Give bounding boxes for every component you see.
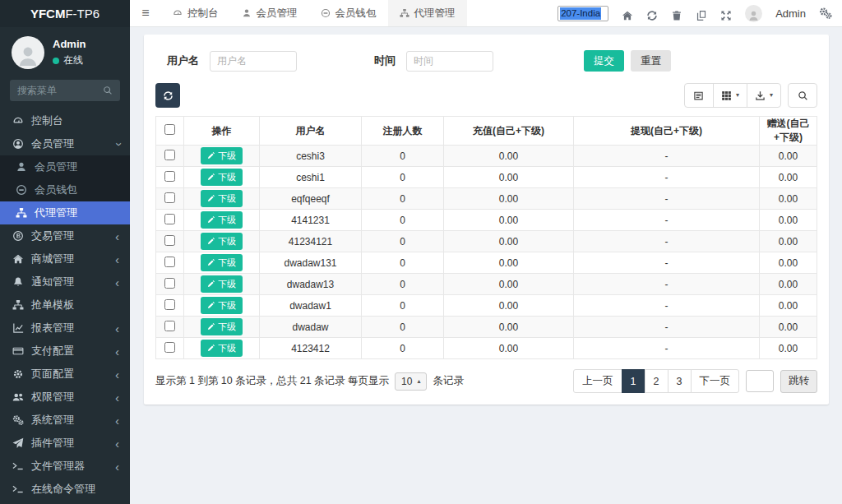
row-checkbox[interactable] — [164, 214, 175, 224]
sidebar-item[interactable]: 系统管理‹ — [0, 409, 130, 432]
chevron-left-icon: ‹ — [115, 437, 119, 450]
row-checkbox[interactable] — [164, 150, 175, 160]
columns-button[interactable]: ▾ — [713, 83, 747, 108]
sidebar-item-label: 插件管理 — [31, 436, 74, 451]
subordinate-button[interactable]: 下级 — [201, 275, 243, 293]
pencil-icon — [207, 238, 215, 245]
tab-会员管理[interactable]: 会员管理 — [230, 0, 309, 26]
recharge-cell: 0.00 — [444, 274, 574, 295]
page-size-dropdown[interactable]: 10 ▴ — [395, 372, 427, 391]
settings-gears-icon[interactable] — [819, 7, 832, 20]
sidebar-item[interactable]: 会员钱包 — [0, 178, 130, 201]
app-logo[interactable]: YFCMF-TP6 — [0, 0, 130, 27]
server-select-input[interactable]: 207-India — [557, 6, 608, 21]
tab-代理管理[interactable]: 代理管理 — [388, 0, 467, 26]
table-search-button[interactable] — [788, 83, 817, 108]
sidebar-item[interactable]: 页面配置‹ — [0, 363, 130, 386]
row-action-cell: 下级 — [184, 231, 260, 252]
tab-控制台[interactable]: 控制台 — [161, 0, 230, 26]
sidebar-item[interactable]: 支付配置‹ — [0, 340, 130, 363]
pencil-icon — [207, 344, 215, 352]
pencil-icon — [207, 152, 215, 160]
export-button[interactable]: ▾ — [747, 83, 781, 108]
sidebar-item[interactable]: 权限管理‹ — [0, 386, 130, 409]
copy-button[interactable] — [696, 7, 707, 19]
sidebar-item[interactable]: 抢单模板 — [0, 294, 130, 317]
pagination-row: 显示第 1 到第 10 条记录，总共 21 条记录 每页显示 10 ▴ 条记录 … — [155, 369, 817, 393]
admin-avatar[interactable] — [745, 5, 762, 22]
jump-button[interactable]: 跳转 — [780, 370, 817, 393]
sidebar-item[interactable]: 商城管理‹ — [0, 247, 130, 270]
subordinate-button[interactable]: 下级 — [201, 318, 243, 335]
page-button-2[interactable]: 2 — [645, 369, 669, 393]
page-button-1[interactable]: 1 — [622, 369, 645, 393]
username-input[interactable] — [210, 51, 297, 72]
pagination-info: 显示第 1 到第 10 条记录，总共 21 条记录 每页显示 10 ▴ 条记录 — [155, 372, 464, 391]
sidebar-item[interactable]: 插件管理‹ — [0, 432, 130, 455]
select-all-checkbox[interactable] — [164, 124, 175, 135]
sidebar-item[interactable]: 会员管理 — [0, 155, 130, 178]
subordinate-button[interactable]: 下级 — [201, 340, 243, 357]
sidebar-item[interactable]: 会员管理‹ — [0, 132, 130, 155]
column-header: 操作 — [184, 117, 260, 146]
reset-button[interactable]: 重置 — [631, 50, 671, 72]
row-checkbox[interactable] — [164, 192, 175, 203]
sidebar-search-input[interactable] — [17, 85, 98, 96]
username-cell: dwadaw1 — [260, 295, 362, 317]
sidebar-item[interactable]: 在线命令管理 — [0, 478, 130, 501]
admin-label[interactable]: Admin — [775, 7, 806, 20]
hamburger-menu-icon[interactable]: ≡ — [130, 0, 161, 26]
home-button[interactable] — [622, 7, 633, 19]
row-checkbox[interactable] — [164, 321, 175, 331]
row-checkbox[interactable] — [164, 257, 175, 267]
next-page-button[interactable]: 下一页 — [691, 369, 740, 393]
sidebar-item[interactable]: 通知管理‹ — [0, 270, 130, 294]
row-checkbox[interactable] — [164, 235, 175, 246]
sidebar-item[interactable]: 代理管理 — [0, 201, 130, 224]
row-checkbox[interactable] — [164, 171, 175, 182]
chevron-left-icon: ‹ — [115, 345, 119, 358]
refresh-icon — [163, 90, 173, 101]
username-cell: eqfqeeqf — [260, 188, 362, 210]
subordinate-button[interactable]: 下级 — [201, 254, 243, 271]
row-checkbox[interactable] — [164, 299, 175, 310]
row-checkbox-cell — [156, 252, 184, 274]
row-action-cell: 下级 — [184, 167, 260, 188]
brand-bold: YFCM — [30, 7, 66, 21]
detail-view-button[interactable] — [684, 83, 714, 108]
trash-button[interactable] — [671, 7, 682, 19]
expand-button[interactable] — [720, 7, 732, 19]
user-icon — [16, 161, 27, 173]
sidebar-item-label: 控制台 — [31, 113, 63, 128]
prev-page-button[interactable]: 上一页 — [573, 369, 622, 393]
submit-button[interactable]: 提交 — [584, 50, 624, 72]
refresh-button[interactable] — [155, 83, 180, 108]
bitcoin-icon — [12, 230, 24, 242]
sidebar-item-label: 代理管理 — [35, 206, 77, 220]
subordinate-button[interactable]: 下级 — [201, 190, 243, 207]
refresh-button[interactable] — [646, 7, 658, 19]
subordinate-button[interactable]: 下级 — [201, 147, 243, 164]
gift-cell: 0.00 — [760, 317, 817, 338]
subordinate-button[interactable]: 下级 — [201, 169, 243, 186]
row-checkbox-cell — [156, 231, 184, 252]
row-checkbox-cell — [156, 274, 184, 295]
row-checkbox[interactable] — [164, 342, 175, 353]
agent-management-card: 用户名 时间 提交 重置 ▾ ▾ — [144, 35, 829, 405]
subordinate-button[interactable]: 下级 — [201, 297, 243, 314]
page-button-3[interactable]: 3 — [668, 369, 692, 393]
sidebar-item[interactable]: 交易管理‹ — [0, 224, 130, 247]
pagination-info-prefix: 显示第 1 到第 10 条记录，总共 21 条记录 每页显示 — [155, 374, 389, 388]
row-checkbox[interactable] — [164, 278, 175, 289]
time-label: 时间 — [374, 53, 396, 68]
jump-page-input[interactable] — [746, 370, 774, 392]
sidebar-item[interactable]: 文件管理器‹ — [0, 455, 130, 478]
time-input[interactable] — [406, 51, 493, 72]
sidebar-item[interactable]: 报表管理‹ — [0, 317, 130, 340]
tab-会员钱包[interactable]: 会员钱包 — [309, 0, 388, 26]
subordinate-button[interactable]: 下级 — [201, 211, 243, 229]
table-row: 下级dwadaw1300.00-0.00 — [156, 274, 817, 295]
subordinate-button[interactable]: 下级 — [201, 233, 243, 250]
row-action-cell: 下级 — [184, 252, 260, 274]
sidebar-item[interactable]: 控制台 — [0, 109, 130, 132]
